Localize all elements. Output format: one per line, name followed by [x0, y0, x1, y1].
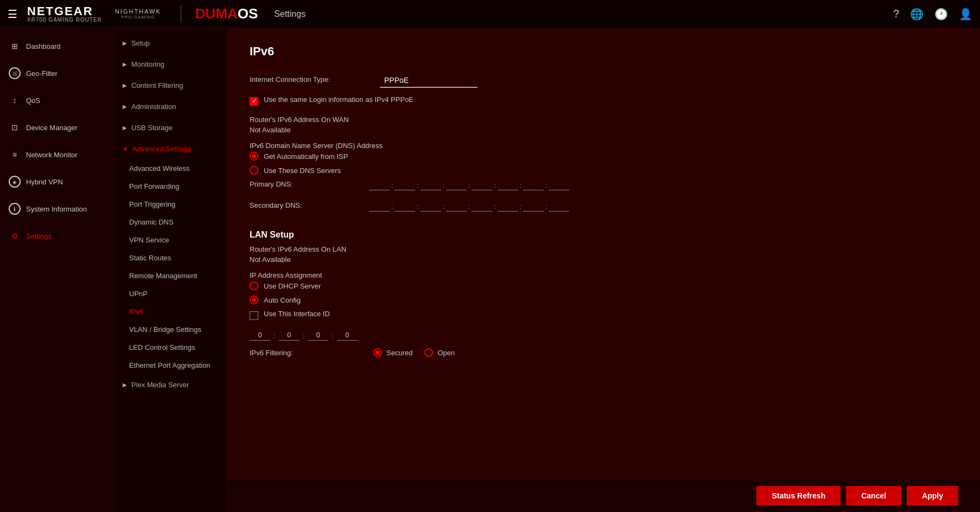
nav-plex-media[interactable]: ▶ Plex Media Server — [114, 374, 227, 395]
cancel-button[interactable]: Cancel — [846, 486, 901, 505]
nav-sub-led-control[interactable]: LED Control Settings — [114, 338, 227, 356]
primary-dns-label: Primary DNS: — [250, 180, 369, 188]
nav-monitoring[interactable]: ▶ Monitoring — [114, 54, 227, 75]
nav-administration[interactable]: ▶ Administration — [114, 96, 227, 117]
use-interface-id-checkbox[interactable] — [250, 311, 258, 320]
dns-auto-label: Get Automatically from ISP — [264, 152, 348, 161]
nav-sub-ipv6[interactable]: IPv6 — [114, 303, 227, 321]
sidebar-label-system-information: System Information — [26, 205, 87, 213]
nighthawk-sub: PRO GAMING — [121, 15, 155, 20]
header-page-label: Settings — [274, 9, 306, 19]
primary-dns-f1[interactable] — [369, 180, 390, 190]
secondary-dns-f1[interactable] — [369, 201, 390, 212]
interface-id-f2[interactable] — [279, 330, 300, 341]
user-icon[interactable]: 👤 — [959, 8, 972, 21]
sidebar-item-geo-filter[interactable]: ◎ Geo-Filter — [0, 60, 113, 87]
dns-auto-radio[interactable] — [250, 152, 258, 161]
secondary-dns-f8[interactable] — [549, 201, 569, 212]
primary-dns-f4[interactable] — [446, 180, 467, 190]
sidebar-item-hybrid-vpn[interactable]: ◈ Hybrid VPN — [0, 168, 113, 195]
use-same-login-row: ✓ Use the same Login information as IPv4… — [250, 95, 958, 107]
interface-id-f3[interactable] — [308, 330, 328, 341]
nav-label-content-filtering: Content Filtering — [131, 81, 183, 89]
interface-sep2: : — [303, 331, 305, 340]
help-icon[interactable]: ? — [893, 8, 899, 20]
nav-content-filtering[interactable]: ▶ Content Filtering — [114, 75, 227, 96]
sidebar-item-system-information[interactable]: ℹ System Information — [0, 195, 113, 222]
interface-sep3: : — [332, 331, 334, 340]
primary-dns-f7[interactable] — [523, 180, 544, 190]
nav-sub-vpn-service[interactable]: VPN Service — [114, 231, 227, 249]
duma-logo: DUMA OS — [195, 5, 258, 22]
main-layout: ⊞ Dashboard ◎ Geo-Filter ↕ QoS ⊡ Device … — [0, 28, 980, 512]
use-dhcp-radio[interactable] — [250, 281, 258, 290]
filtering-secured-radio[interactable] — [373, 348, 382, 357]
use-same-login-label: Use the same Login information as IPv4 P… — [264, 95, 413, 104]
nav-sub-upnp[interactable]: UPnP — [114, 285, 227, 303]
clock-icon[interactable]: 🕐 — [934, 8, 948, 21]
filtering-open-radio[interactable] — [424, 348, 433, 357]
primary-dns-f8[interactable] — [549, 180, 569, 190]
apply-button[interactable]: Apply — [907, 486, 958, 505]
sidebar-label-settings: Settings — [26, 232, 52, 240]
auto-config-radio[interactable] — [250, 296, 258, 304]
internet-connection-type-input[interactable] — [380, 74, 478, 88]
secondary-dns-f2[interactable] — [394, 201, 415, 212]
administration-arrow: ▶ — [123, 104, 127, 110]
sidebar-label-geo-filter: Geo-Filter — [26, 69, 58, 78]
nav-sub-port-triggering[interactable]: Port Triggering — [114, 195, 227, 213]
sidebar-item-qos[interactable]: ↕ QoS — [0, 87, 113, 114]
primary-dns-f2[interactable] — [394, 180, 415, 190]
system-information-icon: ℹ — [9, 203, 21, 215]
nav-usb-storage[interactable]: ▶ USB Storage — [114, 117, 227, 138]
sidebar-item-device-manager[interactable]: ⊡ Device Manager — [0, 114, 113, 141]
nav-sub-remote-management[interactable]: Remote Management — [114, 267, 227, 285]
ipv6-filtering-label: IPv6 Filtering: — [250, 349, 369, 357]
interface-id-f1[interactable] — [250, 330, 270, 341]
lan-setup-heading: LAN Setup — [250, 230, 958, 240]
nav-sub-vlan-bridge[interactable]: VLAN / Bridge Settings — [114, 321, 227, 338]
interface-id-f4[interactable] — [337, 330, 358, 341]
nav-sub-static-routes[interactable]: Static Routes — [114, 249, 227, 267]
sidebar-label-network-monitor: Network Monitor — [26, 151, 78, 159]
use-same-login-checkbox[interactable]: ✓ — [250, 97, 258, 106]
sidebar-label-device-manager: Device Manager — [26, 124, 78, 132]
use-dhcp-label: Use DHCP Server — [264, 282, 321, 290]
primary-dns-f6[interactable] — [498, 180, 518, 190]
status-refresh-button[interactable]: Status Refresh — [756, 486, 841, 505]
page-title: IPv6 — [250, 44, 958, 59]
secondary-dns-row: Secondary DNS: : : : : : : : — [250, 201, 958, 219]
secondary-dns-f6[interactable] — [498, 201, 518, 212]
sec-dns-sep4: : — [468, 203, 470, 210]
nav-sub-dynamic-dns[interactable]: Dynamic DNS — [114, 213, 227, 231]
hamburger-icon[interactable]: ☰ — [8, 8, 17, 21]
router-ipv6-lan-value: Not Available — [250, 255, 958, 264]
router-ipv6-wan-label: Router's IPv6 Address On WAN — [250, 116, 958, 124]
dns-manual-radio[interactable] — [250, 166, 258, 175]
globe-icon[interactable]: 🌐 — [910, 8, 924, 21]
secondary-dns-f3[interactable] — [421, 201, 441, 212]
sidebar-item-settings[interactable]: ⚙ Settings — [0, 222, 113, 249]
dns-section-label: IPv6 Domain Name Server (DNS) Address — [250, 142, 958, 150]
primary-dns-f5[interactable] — [472, 180, 492, 190]
secondary-dns-label: Secondary DNS: — [250, 201, 369, 209]
header-left: ☰ NETGEAR XR700 GAMING ROUTER NIGHTHAWK … — [8, 5, 306, 23]
sidebar: ⊞ Dashboard ◎ Geo-Filter ↕ QoS ⊡ Device … — [0, 28, 114, 512]
nav-sub-port-forwarding[interactable]: Port Forwarding — [114, 177, 227, 195]
nav-sub-ethernet-port-agg[interactable]: Ethernet Port Aggregation — [114, 356, 227, 374]
secondary-dns-f4[interactable] — [446, 201, 467, 212]
nav-label-administration: Administration — [131, 103, 176, 111]
interface-id-row: : : : — [250, 330, 958, 341]
sidebar-item-dashboard[interactable]: ⊞ Dashboard — [0, 33, 113, 60]
sidebar-item-network-monitor[interactable]: ≡ Network Monitor — [0, 141, 113, 168]
sidebar-label-dashboard: Dashboard — [26, 42, 61, 50]
nav-sub-advanced-wireless[interactable]: Advanced Wireless — [114, 159, 227, 177]
os-text: OS — [238, 5, 258, 22]
mid-nav: ▶ Setup ▶ Monitoring ▶ Content Filtering… — [114, 28, 228, 512]
secondary-dns-f7[interactable] — [523, 201, 544, 212]
nav-advanced-settings[interactable]: ▼ Advanced Settings — [114, 138, 227, 159]
secondary-dns-f5[interactable] — [472, 201, 492, 212]
use-interface-id-row: Use This Interface ID — [250, 310, 958, 321]
primary-dns-f3[interactable] — [421, 180, 441, 190]
nav-setup[interactable]: ▶ Setup — [114, 33, 227, 54]
